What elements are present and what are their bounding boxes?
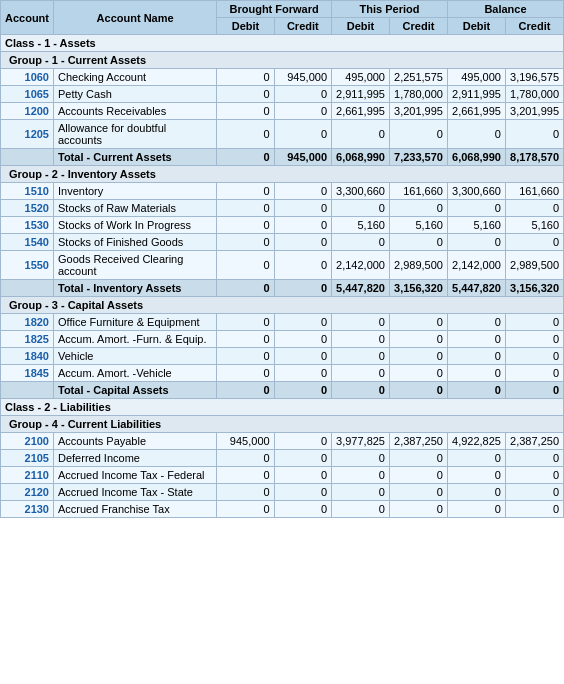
table-row: 1205 Allowance for doubtful accounts 0 0… <box>1 120 564 149</box>
tp-credit-header: Credit <box>389 18 447 35</box>
header-row-1: Account Account Name Brought Forward Thi… <box>1 1 564 18</box>
table-row: 2130 Accrued Franchise Tax 0 0 0 0 0 0 <box>1 501 564 518</box>
table-row: Total - Inventory Assets 0 0 5,447,820 3… <box>1 280 564 297</box>
table-row: Class - 2 - Liabilities <box>1 399 564 416</box>
table-row: 2100 Accounts Payable 945,000 0 3,977,82… <box>1 433 564 450</box>
table-row: 1550 Goods Received Clearing account 0 0… <box>1 251 564 280</box>
table-row: 1820 Office Furniture & Equipment 0 0 0 … <box>1 314 564 331</box>
table-row: 1060 Checking Account 0 945,000 495,000 … <box>1 69 564 86</box>
this-period-header: This Period <box>332 1 448 18</box>
bal-debit-header: Debit <box>447 18 505 35</box>
table-row: 1845 Accum. Amort. -Vehicle 0 0 0 0 0 0 <box>1 365 564 382</box>
table-row: Group - 2 - Inventory Assets <box>1 166 564 183</box>
table-row: 1825 Accum. Amort. -Furn. & Equip. 0 0 0… <box>1 331 564 348</box>
table-row: 1520 Stocks of Raw Materials 0 0 0 0 0 0 <box>1 200 564 217</box>
table-row: Class - 1 - Assets <box>1 35 564 52</box>
account-name-header: Account Name <box>54 1 217 35</box>
table-row: Group - 1 - Current Assets <box>1 52 564 69</box>
table-row: 1200 Accounts Receivables 0 0 2,661,995 … <box>1 103 564 120</box>
table-row: 1540 Stocks of Finished Goods 0 0 0 0 0 … <box>1 234 564 251</box>
table-row: 1840 Vehicle 0 0 0 0 0 0 <box>1 348 564 365</box>
account-header: Account <box>1 1 54 35</box>
trial-balance-table: Account Account Name Brought Forward Thi… <box>0 0 564 518</box>
table-row: 2105 Deferred Income 0 0 0 0 0 0 <box>1 450 564 467</box>
bal-credit-header: Credit <box>505 18 563 35</box>
brought-forward-header: Brought Forward <box>217 1 332 18</box>
table-row: 1530 Stocks of Work In Progress 0 0 5,16… <box>1 217 564 234</box>
table-row: 1510 Inventory 0 0 3,300,660 161,660 3,3… <box>1 183 564 200</box>
table-row: 2120 Accrued Income Tax - State 0 0 0 0 … <box>1 484 564 501</box>
table-row: Total - Capital Assets 0 0 0 0 0 0 <box>1 382 564 399</box>
bf-credit-header: Credit <box>274 18 331 35</box>
tp-debit-header: Debit <box>332 18 390 35</box>
table-row: Total - Current Assets 0 945,000 6,068,9… <box>1 149 564 166</box>
table-row: 1065 Petty Cash 0 0 2,911,995 1,780,000 … <box>1 86 564 103</box>
table-row: Group - 3 - Capital Assets <box>1 297 564 314</box>
table-row: Group - 4 - Current Liabilities <box>1 416 564 433</box>
table-row: 2110 Accrued Income Tax - Federal 0 0 0 … <box>1 467 564 484</box>
balance-header: Balance <box>447 1 563 18</box>
bf-debit-header: Debit <box>217 18 274 35</box>
